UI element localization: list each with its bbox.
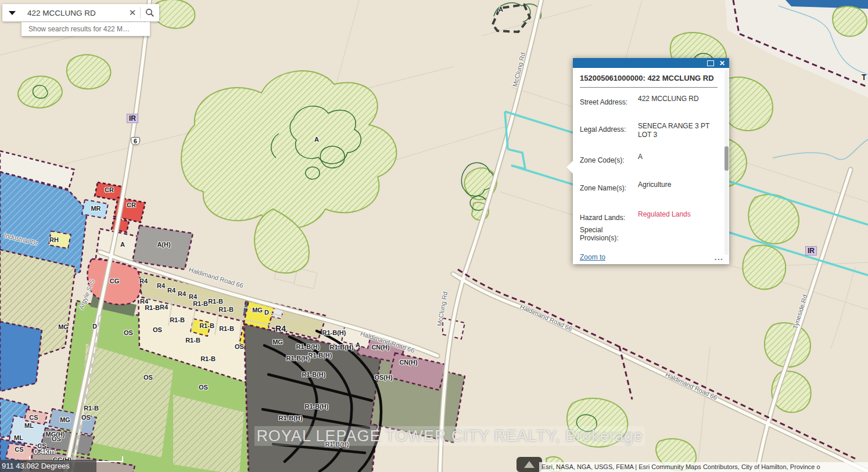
popup-header: ✕	[573, 58, 729, 68]
search-source-dropdown[interactable]	[2, 4, 21, 21]
popup-divider	[580, 87, 718, 88]
field-value: A	[638, 153, 718, 161]
search-bar[interactable]: ✕	[2, 4, 159, 21]
field-zone-code: Zone Code(s): A	[580, 153, 718, 164]
field-value: Agriculture	[638, 181, 718, 189]
search-input[interactable]	[21, 4, 125, 21]
field-label: Street Address:	[580, 95, 638, 106]
popup-footer: Zoom to ...	[580, 253, 723, 261]
scale-label: 0.4km	[34, 447, 123, 456]
maximize-icon[interactable]	[707, 60, 714, 66]
field-hazard-lands: Hazard Lands: Regulated Lands	[580, 210, 718, 222]
field-label: Zone Name(s):	[580, 181, 638, 192]
coordinates-readout: 911 43.082 Degrees	[0, 460, 96, 472]
popup-body: 152005061000000: 422 MCCLUNG RD Street A…	[573, 68, 729, 242]
popup-pointer	[566, 161, 573, 174]
clear-search-icon[interactable]: ✕	[125, 4, 140, 21]
field-legal-address: Legal Address: SENECA RANGE 3 PT LOT 3	[580, 122, 718, 139]
popup-menu-button[interactable]: ...	[714, 255, 723, 260]
field-street-address: Street Address: 422 MCCLUNG RD	[580, 95, 718, 106]
field-value: SENECA RANGE 3 PT LOT 3	[638, 122, 718, 139]
watermark: ROYAL LEPAGE TOWER CITY REALTY, Brokerag…	[254, 426, 645, 446]
search-button[interactable]	[141, 4, 159, 21]
popup-scrollbar-thumb[interactable]	[724, 146, 729, 171]
map-graphics	[0, 0, 868, 472]
field-label: Legal Address:	[580, 122, 638, 134]
popup-title: 152005061000000: 422 MCCLUNG RD	[580, 74, 718, 82]
field-label: Hazard Lands:	[580, 210, 638, 222]
search-suggestion[interactable]: Show search results for 422 M…	[21, 22, 150, 36]
map-viewport[interactable]: AAAAA(H)IRIR6CRCRMRRHCGMGMGDDR4R4R4R4R4R…	[0, 0, 868, 472]
field-label: Zone Code(s):	[580, 153, 638, 164]
attribution-text: Esri, NASA, NGA, USGS, FEMA | Esri Commu…	[539, 462, 868, 472]
esri-logo	[517, 457, 542, 472]
field-special-provisions: Special Provision(s):	[580, 222, 718, 243]
field-value: 422 MCCLUNG RD	[638, 95, 718, 103]
search-icon	[145, 8, 155, 17]
chevron-down-icon	[9, 11, 16, 15]
popup-scrollbar[interactable]	[724, 70, 729, 255]
field-value: Regulated Lands	[638, 210, 718, 219]
field-zone-name: Zone Name(s): Agriculture	[580, 181, 718, 192]
close-icon[interactable]: ✕	[719, 60, 725, 67]
field-label: Special Provision(s):	[580, 222, 638, 243]
feature-popup: ✕ 152005061000000: 422 MCCLUNG RD Street…	[573, 58, 729, 264]
esri-logo-icon	[524, 461, 535, 468]
zoom-to-link[interactable]: Zoom to	[580, 253, 605, 261]
